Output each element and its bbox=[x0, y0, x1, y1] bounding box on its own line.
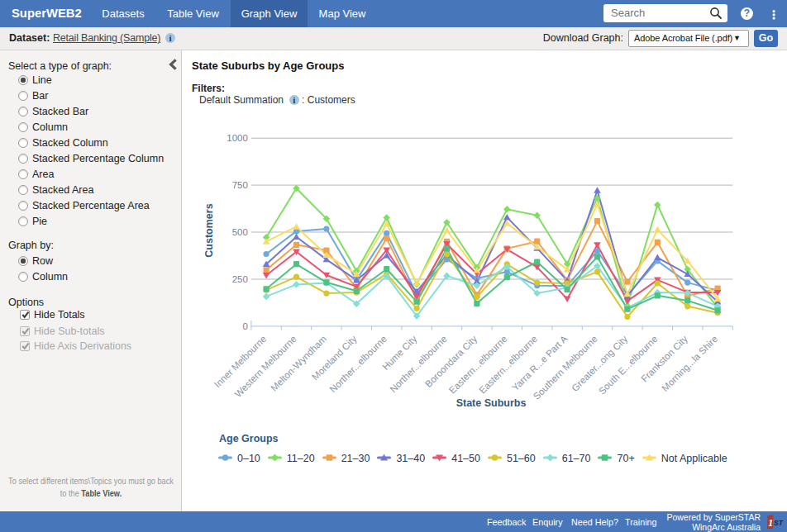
svg-text:500: 500 bbox=[232, 227, 248, 237]
svg-text:Inner Melbourne: Inner Melbourne bbox=[212, 334, 269, 390]
svg-text:Norther...elbourne: Norther...elbourne bbox=[328, 334, 389, 395]
svg-text:Eastern...elbourne: Eastern...elbourne bbox=[477, 334, 539, 396]
svg-text:Norther...elbourne: Norther...elbourne bbox=[388, 334, 449, 395]
svg-text:Greater...ong City: Greater...ong City bbox=[570, 334, 629, 393]
svg-text:250: 250 bbox=[232, 274, 248, 284]
svg-text:Morning...la Shire: Morning...la Shire bbox=[660, 334, 719, 393]
svg-text:Boroondara City: Boroondara City bbox=[423, 334, 479, 389]
svg-text:0: 0 bbox=[242, 321, 247, 331]
svg-text:Yarra R...e Part A: Yarra R...e Part A bbox=[510, 334, 570, 393]
svg-text:Eastern...elbourne: Eastern...elbourne bbox=[447, 334, 509, 396]
svg-text:1: 1 bbox=[768, 517, 773, 529]
svg-text:State Suburbs: State Suburbs bbox=[456, 397, 527, 409]
svg-text:750: 750 bbox=[232, 180, 248, 190]
svg-text:1000: 1000 bbox=[227, 133, 248, 143]
svg-text:Customers: Customers bbox=[203, 203, 215, 257]
svg-text:ST: ST bbox=[774, 519, 784, 527]
svg-text:Melton-Wyndham: Melton-Wyndham bbox=[269, 334, 328, 393]
